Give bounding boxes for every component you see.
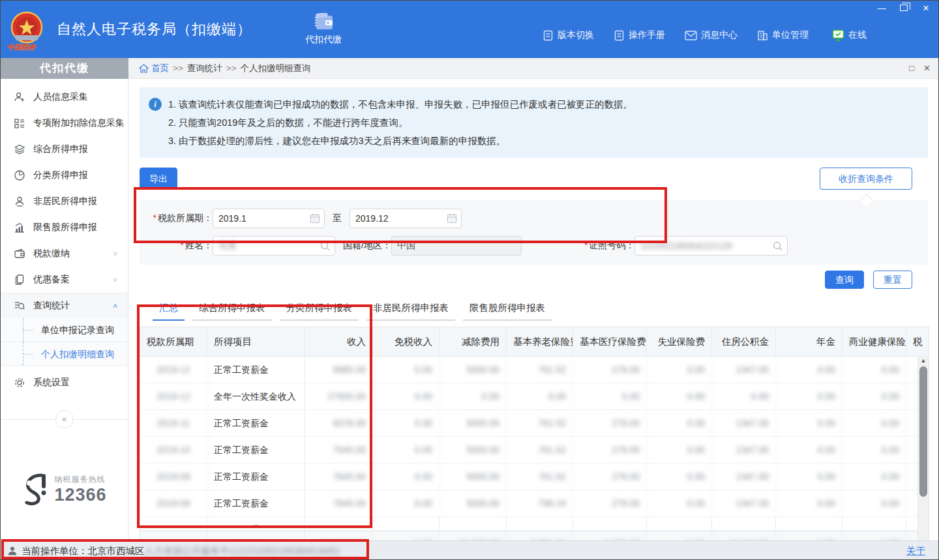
- table-cell: 5000.00: [440, 437, 507, 463]
- table-cell: 正常工资薪金: [207, 490, 305, 516]
- restore-button[interactable]: [898, 3, 910, 13]
- sidebar-item-personnel-info[interactable]: 人员信息采集: [1, 84, 128, 110]
- app-title: 自然人电子税务局（扣缴端）: [57, 20, 252, 39]
- sidebar-item-nonresident-income[interactable]: 非居民所得申报: [1, 188, 128, 214]
- scroll-up-arrow[interactable]: ▲: [918, 356, 929, 365]
- table-cell: 0.00: [842, 531, 906, 540]
- table-row[interactable]: 2019-08正常工资薪金7645.000.005000.00798.24279…: [140, 490, 929, 517]
- menu-version-switch[interactable]: 版本切换: [543, 29, 594, 41]
- vertical-scroll-thumb[interactable]: [919, 366, 927, 497]
- current-unit-masked: 人力资源公共服务中心(121100219938451845): [145, 545, 340, 557]
- tax-emblem-logo: 中国税务: [10, 10, 44, 51]
- table-row[interactable]: ..: [140, 517, 929, 531]
- hotline-12366-icon: [22, 473, 49, 507]
- sidebar-item-query-stats[interactable]: 查询统计 ˄: [1, 293, 128, 318]
- breadcrumb-home[interactable]: 首页: [139, 63, 169, 74]
- sidebar-subitem-unit-declaration-query[interactable]: 单位申报记录查询: [1, 318, 128, 342]
- tab-restricted-shares-return[interactable]: 限售股所得申报表: [463, 302, 552, 321]
- column-header: 减除费用: [440, 327, 507, 356]
- collapse-query-button[interactable]: 收折查询条件: [820, 168, 912, 190]
- period-end-input[interactable]: 2019.12: [350, 209, 462, 228]
- sidebar-item-tax-payment[interactable]: 税款缴纳 ˅: [1, 241, 128, 267]
- sidebar-collapse-button[interactable]: «: [55, 410, 74, 428]
- gear-icon: [14, 377, 25, 389]
- tab-withholding[interactable]: 代扣代缴: [293, 1, 353, 58]
- table-cell: 0.00: [842, 383, 906, 409]
- breadcrumb: 首页 >> 查询统计 >> 个人扣缴明细查询 □ ✕: [128, 58, 938, 79]
- table-cell: 761.52: [507, 464, 573, 490]
- sidebar-group-query-stats: 查询统计 ˄ 单位申报记录查询 个人扣缴明细查询: [1, 293, 128, 366]
- tab-comprehensive-return[interactable]: 综合所得申报表: [192, 302, 272, 321]
- close-button[interactable]: ✕: [920, 3, 932, 13]
- table-cell: 761.52: [507, 437, 573, 463]
- layers-icon: [14, 143, 25, 155]
- table-cell: 全年一次性奖金收入: [207, 383, 305, 409]
- column-header: 税款所属期: [140, 327, 207, 356]
- export-button[interactable]: 导出: [140, 168, 177, 190]
- table-cell: 279.00: [573, 464, 647, 490]
- menu-unit-management[interactable]: 单位管理: [757, 29, 809, 41]
- table-cell: 7645.00: [305, 437, 373, 463]
- table-cell: 2019-08: [140, 490, 207, 516]
- vertical-scrollbar[interactable]: ▲ ▼: [917, 356, 929, 540]
- sidebar-item-restricted-shares[interactable]: 限售股所得申报: [1, 214, 128, 241]
- menu-manual[interactable]: 操作手册: [614, 29, 665, 41]
- table-cell: 2,790.00: [573, 531, 647, 540]
- user-icon: [7, 546, 18, 556]
- table-cell: 0.00: [373, 410, 440, 436]
- table-cell: 0.00: [647, 464, 712, 490]
- table-cell: [507, 517, 573, 530]
- table-row[interactable]: 2019-12正常工资薪金9985.000.005000.00761.52279…: [140, 357, 929, 383]
- table-row[interactable]: 2019-11正常工资薪金9378.000.005000.00761.52279…: [140, 410, 929, 437]
- sidebar-title: 代扣代缴: [1, 58, 128, 79]
- panel-maximize-button[interactable]: □: [909, 63, 914, 73]
- table-cell: 0.00: [776, 410, 842, 436]
- search-icon: [772, 241, 783, 252]
- table-cell: 0.00: [776, 357, 842, 383]
- name-input[interactable]: 马某: [213, 236, 335, 256]
- tab-classified-return[interactable]: 分类所得申报表: [280, 302, 359, 321]
- column-header: 免税收入: [373, 327, 440, 356]
- restore-icon: [900, 5, 908, 11]
- table-cell: 7645.00: [305, 490, 373, 516]
- sidebar-item-system-settings[interactable]: 系统设置: [1, 370, 128, 396]
- period-label: *税款所属期：: [140, 213, 213, 224]
- table-cell: 0.00: [842, 437, 906, 463]
- tab-summary[interactable]: 汇总: [153, 302, 185, 321]
- sidebar-collapse-row: «: [1, 410, 128, 428]
- query-button[interactable]: 查询: [825, 271, 864, 289]
- envelope-icon: [685, 31, 697, 40]
- id-number-input[interactable]: 101052199304222129: [634, 236, 788, 256]
- table-cell: ..: [207, 517, 305, 530]
- breadcrumb-item-query-stats[interactable]: 查询统计: [187, 63, 222, 74]
- table-cell: 0.00: [647, 383, 712, 409]
- sidebar-item-special-deduction[interactable]: 专项附加扣除信息采集: [1, 110, 128, 136]
- table-cell: 0.00: [842, 490, 906, 516]
- table-cell: 0.00: [507, 383, 573, 409]
- sidebar-item-preferential-filing[interactable]: 优惠备案 ˅: [1, 267, 128, 293]
- table-row[interactable]: 2019-09正常工资薪金7645.000.005000.00761.52279…: [140, 464, 929, 490]
- table-cell: 0.00: [573, 383, 647, 409]
- result-table: 税款所属期所得项目收入免税收入减除费用基本养老保险费基本医疗保险费失业保险费住房…: [140, 327, 929, 540]
- sidebar-item-comprehensive-income[interactable]: 综合所得申报: [1, 136, 128, 162]
- tab-nonresident-return[interactable]: 非居民所得申报表: [366, 302, 455, 321]
- minimize-button[interactable]: —: [876, 3, 887, 13]
- table-row[interactable]: ----161,741.000.0060,000.008,991.362,790…: [140, 531, 929, 540]
- panel-close-button[interactable]: ✕: [923, 63, 931, 73]
- table-cell: 0.00: [647, 437, 712, 463]
- table-cell: 9985.00: [305, 357, 373, 383]
- table-cell: 2019-09: [140, 464, 207, 490]
- column-header: 所得项目: [207, 327, 305, 356]
- period-start-input[interactable]: 2019.1: [213, 209, 325, 228]
- table-row[interactable]: 2019-12全年一次性奖金收入27500.000.000.000.000.00…: [140, 383, 929, 410]
- breadcrumb-item-current: 个人扣缴明细查询: [241, 63, 311, 74]
- current-unit-label: 当前操作单位：: [22, 545, 88, 557]
- table-cell: 0.00: [842, 464, 906, 490]
- reset-button[interactable]: 重置: [873, 271, 912, 289]
- sidebar-item-classified-income[interactable]: 分类所得申报: [1, 162, 128, 188]
- about-link[interactable]: 关于: [906, 545, 925, 557]
- table-row[interactable]: 2019-10正常工资薪金7645.000.005000.00761.52279…: [140, 437, 929, 464]
- table-cell: 2019-11: [140, 410, 207, 436]
- sidebar-subitem-personal-withholding-query[interactable]: 个人扣缴明细查询: [1, 342, 128, 365]
- menu-message-center[interactable]: 消息中心: [685, 29, 738, 41]
